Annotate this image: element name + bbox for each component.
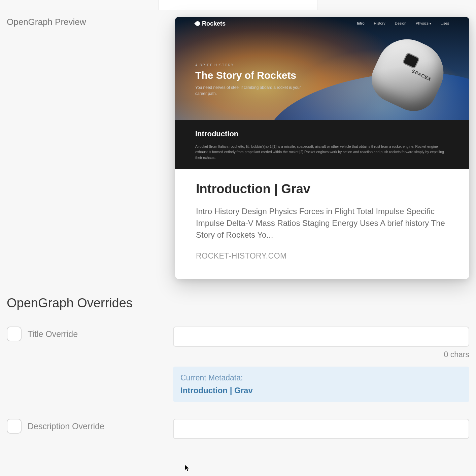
tab-bar (0, 0, 476, 10)
thumb-section-text: A rocket (from Italian: rocchetto, lit. … (195, 144, 449, 160)
tab-item-active[interactable] (159, 0, 317, 10)
preview-domain: ROCKET-HISTORY.COM (196, 251, 448, 261)
main-content: OpenGraph Preview SPACEX Rockets (0, 10, 476, 476)
thumb-eyebrow: A BRIEF HISTORY (195, 63, 313, 67)
rocket-capsule-graphic: SPACEX (348, 34, 456, 121)
thumb-nav-links: Intro History Design Physics▾ Uses (357, 21, 449, 26)
description-override-label: Description Override (28, 421, 104, 431)
overrides-heading: OpenGraph Overrides (7, 296, 469, 310)
tab-item[interactable] (0, 0, 159, 10)
thumb-hero-title: The Story of Rockets (195, 70, 313, 81)
current-metadata-value: Introduction | Grav (180, 386, 462, 395)
thumb-brand: Rockets (195, 20, 226, 27)
description-override-checkbox[interactable] (7, 419, 22, 434)
current-metadata-label: Current Metadata: (180, 373, 462, 382)
preview-title: Introduction | Grav (196, 182, 448, 196)
title-char-count: 0 chars (173, 350, 469, 359)
title-override-input[interactable] (173, 327, 469, 347)
tab-item[interactable] (317, 0, 476, 10)
title-override-checkbox[interactable] (7, 327, 22, 341)
preview-description: Intro History Design Physics Forces in F… (196, 206, 448, 241)
title-override-label: Title Override (28, 329, 78, 339)
rocket-icon (194, 20, 201, 27)
description-override-input[interactable] (173, 419, 469, 439)
title-current-metadata: Current Metadata: Introduction | Grav (173, 367, 469, 402)
thumb-section-heading: Introduction (195, 130, 449, 138)
preview-thumbnail: SPACEX Rockets Intro History Design Phys… (175, 17, 469, 169)
thumb-hero-subtitle: You need nerves of steel if climbing abo… (195, 84, 313, 97)
opengraph-preview-card: SPACEX Rockets Intro History Design Phys… (175, 17, 469, 279)
section-preview-label: OpenGraph Preview (7, 17, 162, 27)
chevron-down-icon: ▾ (430, 22, 431, 25)
